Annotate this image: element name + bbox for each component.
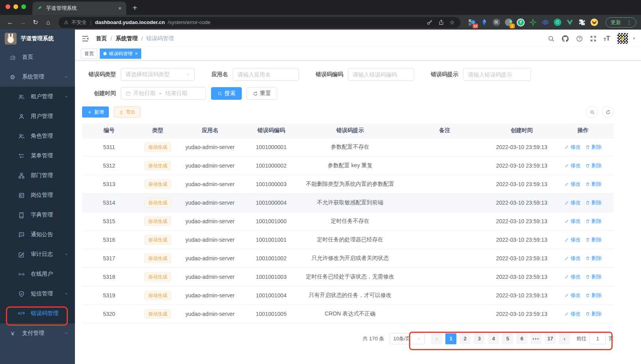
edit-link[interactable]: 修改 — [564, 199, 581, 206]
edit-link[interactable]: 修改 — [564, 181, 581, 188]
edit-link[interactable]: 修改 — [564, 218, 581, 225]
extension-eye-icon[interactable] — [541, 18, 549, 27]
extension-y-icon[interactable]: Y — [516, 18, 525, 27]
delete-link[interactable]: 删除 — [585, 218, 602, 225]
home-button[interactable]: ⌂ — [43, 19, 54, 26]
page-button-4[interactable]: 4 — [488, 333, 499, 344]
sidebar-item-dept[interactable]: 部门管理 — [0, 166, 75, 185]
sidebar-item-role[interactable]: 角色管理 — [0, 126, 75, 146]
close-window-button[interactable] — [6, 4, 10, 9]
sidebar-item-home[interactable]: 首页 — [0, 47, 75, 67]
sidebar-collapse-icon[interactable] — [81, 34, 90, 43]
error-type-select[interactable]: 请选择错误码类型 — [121, 68, 195, 81]
page-button-6[interactable]: 6 — [516, 333, 527, 344]
app-name-input[interactable] — [237, 71, 294, 78]
export-button[interactable]: 导出 — [114, 106, 140, 118]
header-search-icon[interactable] — [548, 35, 555, 42]
extension-star-icon[interactable] — [529, 18, 537, 27]
share-icon[interactable] — [438, 19, 444, 25]
security-warning-icon[interactable]: ⚠ — [64, 19, 69, 25]
edit-link[interactable]: 修改 — [564, 310, 581, 317]
page-button-1[interactable]: 1 — [445, 333, 456, 344]
github-icon[interactable] — [561, 35, 569, 43]
bookmark-star-icon[interactable]: ☆ — [450, 19, 455, 26]
hide-search-button[interactable] — [586, 106, 598, 118]
extension-recorder-icon[interactable]: 1 — [504, 18, 513, 27]
add-button[interactable]: 新增 — [82, 106, 109, 118]
browser-menu-icon[interactable]: ⋮ — [624, 19, 634, 26]
sidebar-item-menu[interactable]: 菜单管理 — [0, 146, 75, 166]
tab-close-icon[interactable]: × — [118, 5, 121, 11]
sidebar-item-audit[interactable]: 审计日志 — [0, 245, 75, 264]
extension-sync-icon[interactable] — [553, 18, 562, 27]
security-label[interactable]: 不安全 — [71, 19, 87, 26]
edit-link[interactable]: 修改 — [564, 144, 581, 151]
delete-link[interactable]: 删除 — [585, 162, 602, 169]
edit-link[interactable]: 修改 — [564, 255, 581, 262]
delete-link[interactable]: 删除 — [585, 199, 602, 206]
edit-link[interactable]: 修改 — [564, 292, 581, 299]
delete-link[interactable]: 删除 — [585, 236, 602, 243]
date-range-picker[interactable]: 开始日期 - 结束日期 — [121, 87, 206, 100]
tag-item[interactable]: 首页 — [81, 49, 97, 59]
edit-link[interactable]: 修改 — [564, 236, 581, 243]
help-icon[interactable] — [576, 35, 583, 42]
goto-page-input[interactable] — [589, 333, 606, 344]
sidebar-item-online[interactable]: 在线用户 — [0, 264, 75, 284]
password-key-icon[interactable] — [427, 19, 433, 25]
page-size-select[interactable]: 10条/页 — [390, 333, 425, 344]
sidebar-item-notice[interactable]: 通知公告 — [0, 225, 75, 245]
extension-emoji-icon[interactable] — [590, 18, 598, 27]
extension-puzzle-icon[interactable] — [577, 18, 586, 27]
minimize-window-button[interactable] — [13, 4, 18, 9]
back-button[interactable]: ← — [5, 19, 16, 26]
error-msg-input[interactable] — [468, 71, 526, 78]
page-button-2[interactable]: 2 — [460, 333, 471, 344]
sidebar-item-sms[interactable]: 短信管理 — [0, 284, 75, 304]
browser-update-button[interactable]: 更新 ⋮ — [605, 17, 636, 28]
sidebar-item-user[interactable]: 用户管理 — [0, 106, 75, 126]
delete-link[interactable]: 删除 — [585, 181, 602, 188]
extension-kite-icon[interactable] — [480, 18, 488, 27]
fullscreen-icon[interactable] — [590, 35, 597, 42]
avatar[interactable] — [617, 32, 629, 45]
breadcrumb-item[interactable]: 首页 — [96, 35, 107, 42]
sidebar-item-dict[interactable]: 字典管理 — [0, 205, 75, 225]
reset-button[interactable]: 重置 — [247, 87, 277, 100]
sidebar-item-tenant[interactable]: 租户管理 — [0, 87, 75, 106]
extension-command-icon[interactable]: ⌘ — [492, 18, 501, 27]
refresh-table-button[interactable] — [602, 106, 614, 118]
avatar-dropdown-icon[interactable]: ▾ — [633, 36, 635, 41]
page-button-3[interactable]: 3 — [474, 333, 485, 344]
more-pages-button[interactable]: ••• — [531, 333, 542, 344]
extension-vue-icon[interactable] — [565, 18, 574, 27]
edit-link[interactable]: 修改 — [564, 273, 581, 280]
extension-grid-icon[interactable]: 12 — [467, 18, 476, 27]
forward-button[interactable]: → — [17, 19, 28, 26]
delete-link[interactable]: 删除 — [585, 144, 602, 151]
address-bar[interactable]: ⚠ 不安全 | dashboard.yudao.iocoder.cn /syst… — [58, 17, 460, 28]
reload-button[interactable]: ↻ — [30, 19, 41, 26]
app-logo[interactable]: 芋道管理系统 — [0, 30, 75, 47]
new-tab-button[interactable]: + — [126, 4, 144, 15]
sidebar-item-system[interactable]: ⚙系统管理 — [0, 67, 75, 87]
delete-link[interactable]: 删除 — [585, 292, 602, 299]
sidebar-item-errcode[interactable]: </>错误码管理 — [0, 304, 75, 323]
browser-tab[interactable]: 芋道管理系统 × — [32, 2, 126, 15]
next-page-button[interactable]: › — [559, 333, 570, 344]
delete-link[interactable]: 删除 — [585, 255, 602, 262]
error-code-input[interactable] — [353, 71, 409, 78]
delete-link[interactable]: 删除 — [585, 273, 602, 280]
page-button-5[interactable]: 5 — [502, 333, 513, 344]
sidebar-item-post[interactable]: 岗位管理 — [0, 185, 75, 205]
tag-close-icon[interactable]: × — [135, 51, 138, 56]
breadcrumb-item[interactable]: 系统管理 — [116, 35, 138, 42]
page-button-17[interactable]: 17 — [545, 333, 556, 344]
tag-active[interactable]: 错误码管理× — [100, 49, 141, 59]
search-button[interactable]: 搜索 — [211, 87, 242, 100]
maximize-window-button[interactable] — [21, 4, 26, 9]
edit-link[interactable]: 修改 — [564, 162, 581, 169]
previous-page-button[interactable]: ‹ — [431, 333, 442, 344]
sidebar-item-pay[interactable]: ¥支付管理 — [0, 323, 75, 343]
font-size-icon[interactable]: TT — [604, 35, 610, 42]
